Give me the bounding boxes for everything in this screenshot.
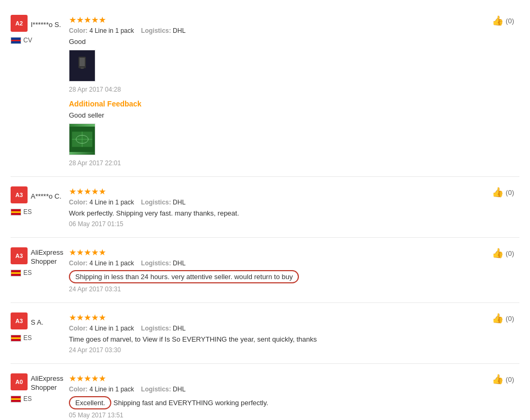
star: ★ [76,373,84,383]
review-date: 06 May 2017 01:15 [69,220,488,228]
star: ★ [69,373,76,383]
star-half: ★ [99,312,106,323]
color-logistics: Color: 4 Line in 1 pack Logistics: DHL [69,386,488,393]
logistics-value: DHL [173,199,186,206]
review-text: Good [69,38,488,46]
flag-label: ES [23,395,32,403]
reviewer-info: A3 A*****o C. ES [11,186,69,228]
color-label: Color: [69,325,87,332]
review-date: 05 May 2017 13:51 [69,412,488,419]
thumbs-count: (0) [506,376,514,383]
color-value: 4 Line in 1 pack [90,199,134,206]
color-value: 4 Line in 1 pack [90,260,134,267]
flag: ES [11,395,69,403]
additional-feedback-date: 28 Apr 2017 22:01 [69,159,488,167]
product-image-icon [74,54,90,78]
review-content: ★ ★ ★ ★ ★ Color: 4 Line in 1 pack Logist… [69,186,519,228]
star-rating: ★ ★ ★ ★ ★ [69,247,488,257]
color-label: Color: [69,199,87,206]
star-rating: ★ ★ ★ ★ ★ [69,312,488,323]
star: ★ [76,312,84,323]
star-rating: ★ ★ ★ ★ ★ [69,186,488,196]
review-item: A2 I******o S. CV ★ ★ ★ ★ ★ Color: 4 Lin… [11,5,519,177]
thumbs-count: (0) [506,189,514,196]
reviewer-info: A3 AliExpressShopper ES [11,247,69,293]
logistics-label: Logistics: [141,325,171,332]
thumbs-icon: 👍 [492,186,504,198]
color-logistics: Color: 4 Line in 1 pack Logistics: DHL [69,199,488,206]
review-text: Work perfectly. Shipping very fast. many… [69,209,488,217]
logistics-label: Logistics: [141,386,171,393]
thumbs-up[interactable]: 👍 (0) [492,15,514,26]
review-item: A3 S A. ES ★ ★ ★ ★ ★ Color: 4 Line in 1 … [11,303,519,364]
star: ★ [84,186,91,196]
star-half: ★ [99,247,106,257]
thumbs-count: (0) [506,17,514,25]
thumbs-icon: 👍 [492,373,504,385]
star: ★ [84,312,91,323]
logistics-label: Logistics: [141,199,171,206]
logistics-value: DHL [173,260,186,267]
logistics-value: DHL [173,386,186,393]
thumbs-icon: 👍 [492,312,504,324]
logistics-value: DHL [173,27,186,34]
flag: CV [11,37,69,44]
reviewer-name: AliExpressShopper [31,248,63,266]
reviewer-name: S A. [31,318,43,326]
flag-label: ES [23,208,32,216]
color-label: Color: [69,27,87,34]
reviewer-name: A*****o C. [31,192,61,200]
star: ★ [91,15,99,25]
review-date: 24 Apr 2017 03:30 [69,346,488,354]
additional-feedback-label: Additional Feedback [69,100,488,108]
color-label: Color: [69,386,87,393]
thumbs-up[interactable]: 👍 (0) [492,312,514,324]
review-image[interactable] [69,50,95,82]
review-item: A0 AliExpressShopper ES ★ ★ ★ ★ ★ Color:… [11,364,519,420]
additional-feedback-image[interactable] [69,123,95,155]
review-content: ★ ★ ★ ★ ★ Color: 4 Line in 1 pack Logist… [69,312,519,354]
flag-icon [11,335,21,342]
field-image-icon [69,126,95,153]
star: ★ [69,186,76,196]
star: ★ [76,15,84,25]
avatar: A2 [11,15,28,32]
flag: ES [11,334,69,342]
thumbs-up[interactable]: 👍 (0) [492,186,514,198]
review-text: Shipping fast and EVERYTHING working per… [111,399,268,407]
thumbs-count: (0) [506,315,514,323]
review-item: A3 AliExpressShopper ES ★ ★ ★ ★ ★ Color:… [11,238,519,303]
color-logistics: Color: 4 Line in 1 pack Logistics: DHL [69,260,488,267]
logistics-label: Logistics: [141,27,171,34]
review-date: 24 Apr 2017 03:31 [69,285,488,293]
star: ★ [84,247,91,257]
flag-label: CV [23,37,32,44]
star: ★ [91,247,99,257]
star-half: ★ [99,186,106,196]
color-value: 4 Line in 1 pack [90,386,134,393]
color-logistics: Color: 4 Line in 1 pack Logistics: DHL [69,27,488,34]
review-text-wrapper: Excellent. Shipping fast and EVERYTHING … [69,396,488,409]
star-rating: ★ ★ ★ ★ ★ [69,15,488,25]
reviews-container: A2 I******o S. CV ★ ★ ★ ★ ★ Color: 4 Lin… [0,0,530,420]
star: ★ [69,15,76,25]
reviewer-info: A0 AliExpressShopper ES [11,373,69,419]
flag-icon [11,37,21,44]
reviewer-info: A2 I******o S. CV [11,15,69,167]
circled-review-text: Shipping in less than 24 hours. very att… [69,270,299,283]
thumbs-up[interactable]: 👍 (0) [492,373,514,385]
flag-icon [11,270,21,276]
star: ★ [84,373,91,383]
thumbs-icon: 👍 [492,247,504,259]
flag-icon [11,396,21,403]
star: ★ [91,373,99,383]
thumbs-up[interactable]: 👍 (0) [492,247,514,259]
review-date: 28 Apr 2017 04:28 [69,86,488,93]
svg-rect-2 [80,58,85,66]
avatar: A3 [11,247,28,264]
star: ★ [91,186,99,196]
star: ★ [91,312,99,323]
flag-label: ES [23,334,32,342]
color-value: 4 Line in 1 pack [90,27,134,34]
review-text: Time goes of marvel, to View if Is So EV… [69,335,488,343]
